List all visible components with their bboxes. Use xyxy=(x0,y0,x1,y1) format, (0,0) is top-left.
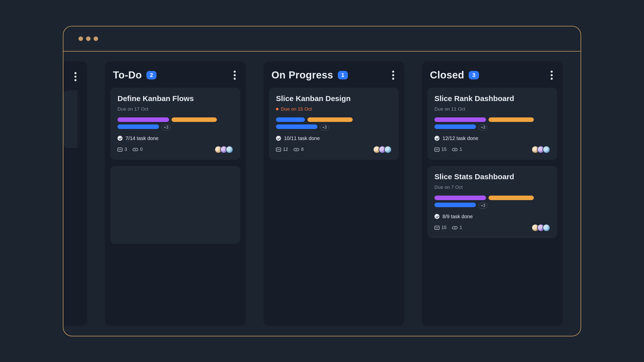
card-progress: 12/12 task done xyxy=(434,135,550,141)
kanban-board: To-Do 2 Define Kanban Flows Due on 17 Oc… xyxy=(63,52,581,336)
card-progress: 10/11 task done xyxy=(276,135,392,141)
tag-more-badge[interactable]: +3 xyxy=(320,124,329,130)
attachment-icon xyxy=(452,148,458,151)
check-circle-icon xyxy=(434,214,439,219)
card-due-date: Due on 11 Oct xyxy=(434,106,550,112)
comments-meta[interactable]: 15 xyxy=(434,225,447,230)
attachments-meta[interactable]: 8 xyxy=(294,147,304,152)
card-title: Slice Kanban Design xyxy=(276,94,392,103)
comments-count: 12 xyxy=(283,147,288,152)
comment-icon xyxy=(276,148,281,152)
tag-pill xyxy=(489,117,534,122)
column-peek-left xyxy=(63,62,87,326)
column-on-progress: On Progress 1 Slice Kanban Design Due on… xyxy=(263,62,404,326)
comments-meta[interactable]: 15 xyxy=(434,147,447,152)
titlebar xyxy=(63,26,581,52)
attachments-meta[interactable]: 1 xyxy=(452,225,462,230)
comments-meta[interactable]: 3 xyxy=(117,147,127,152)
browser-window: To-Do 2 Define Kanban Flows Due on 17 Oc… xyxy=(63,26,581,336)
avatar xyxy=(226,146,233,153)
column-menu-button[interactable] xyxy=(232,69,238,82)
attachments-meta[interactable]: 0 xyxy=(133,147,143,152)
attachments-count: 1 xyxy=(460,225,462,230)
column-title: To-Do xyxy=(113,69,142,81)
tag-pill xyxy=(307,117,353,122)
tag-pill xyxy=(434,124,476,129)
card-tags: +3 xyxy=(434,196,550,209)
attachment-icon xyxy=(133,148,138,151)
column-header: Closed 3 xyxy=(427,69,557,82)
check-circle-icon xyxy=(434,136,439,141)
card-tags: +3 xyxy=(434,117,550,130)
assignee-avatars[interactable] xyxy=(215,146,233,153)
window-controls xyxy=(78,36,98,41)
card-peek[interactable] xyxy=(63,90,77,148)
comments-count: 15 xyxy=(441,147,447,152)
column-count-badge: 1 xyxy=(338,71,348,79)
tag-pill xyxy=(276,117,305,122)
minimize-window-icon[interactable] xyxy=(86,36,91,41)
close-window-icon[interactable] xyxy=(78,36,83,41)
attachments-count: 0 xyxy=(140,147,143,152)
progress-text: 10/11 task done xyxy=(284,135,320,141)
overdue-indicator-icon xyxy=(276,108,278,110)
check-circle-icon xyxy=(117,136,123,141)
kanban-card[interactable]: Define Kanban Flows Due on 17 Oct +3 7/1… xyxy=(110,88,240,160)
column-header: On Progress 1 xyxy=(269,69,399,82)
card-progress: 7/14 task done xyxy=(117,135,233,141)
maximize-window-icon[interactable] xyxy=(94,36,98,41)
column-title: Closed xyxy=(430,69,464,81)
card-placeholder[interactable] xyxy=(110,166,240,244)
column-menu-button[interactable] xyxy=(72,70,78,83)
progress-text: 8/9 task done xyxy=(442,214,473,219)
tag-pill xyxy=(489,196,534,200)
card-footer: 15 1 xyxy=(434,146,550,153)
tag-more-badge[interactable]: +3 xyxy=(478,124,488,130)
attachment-icon xyxy=(452,226,458,229)
assignee-avatars[interactable] xyxy=(532,146,550,153)
card-due-date: Due on 17 Oct xyxy=(117,106,233,112)
assignee-avatars[interactable] xyxy=(373,146,392,153)
column-menu-button[interactable] xyxy=(549,69,555,82)
kanban-card[interactable]: Slice Kanban Design Due on 15 Oct +3 10/… xyxy=(269,88,399,160)
tag-pill xyxy=(434,196,486,200)
tag-more-badge[interactable]: +3 xyxy=(478,203,488,209)
progress-text: 7/14 task done xyxy=(126,135,158,141)
tag-pill xyxy=(434,117,486,122)
column-closed: Closed 3 Slice Rank Dashboard Due on 11 … xyxy=(422,62,563,326)
assignee-avatars[interactable] xyxy=(532,224,550,232)
column-count-badge: 2 xyxy=(146,71,156,79)
column-count-badge: 3 xyxy=(469,71,479,79)
progress-text: 12/12 task done xyxy=(442,135,478,141)
card-tags: +3 xyxy=(117,117,233,130)
card-footer: 15 1 xyxy=(434,224,550,232)
card-footer: 3 0 xyxy=(117,146,233,153)
tag-pill xyxy=(117,124,159,129)
attachments-count: 8 xyxy=(301,147,304,152)
comments-count: 3 xyxy=(125,147,127,152)
tag-pill xyxy=(117,117,169,122)
column-header: To-Do 2 xyxy=(110,69,240,82)
tag-more-badge[interactable]: +3 xyxy=(162,124,171,130)
avatar xyxy=(543,224,550,232)
attachment-icon xyxy=(294,148,299,151)
card-due-date-overdue: Due on 15 Oct xyxy=(276,106,392,112)
avatar xyxy=(543,146,550,153)
check-circle-icon xyxy=(276,136,281,141)
comment-icon xyxy=(117,148,123,152)
column-todo: To-Do 2 Define Kanban Flows Due on 17 Oc… xyxy=(105,62,246,326)
due-text: Due on 15 Oct xyxy=(281,106,312,112)
card-title: Define Kanban Flows xyxy=(117,94,233,103)
avatar xyxy=(384,146,392,153)
column-menu-button[interactable] xyxy=(390,69,396,82)
kanban-card[interactable]: Slice Stats Dashboard Due on 7 Oct +3 8/… xyxy=(427,166,557,238)
card-footer: 12 8 xyxy=(276,146,392,153)
comments-count: 15 xyxy=(441,225,447,230)
card-progress: 8/9 task done xyxy=(434,214,550,219)
kanban-card[interactable]: Slice Rank Dashboard Due on 11 Oct +3 12… xyxy=(427,88,557,160)
attachments-meta[interactable]: 1 xyxy=(452,147,462,152)
tag-pill xyxy=(172,117,217,122)
comment-icon xyxy=(434,148,439,152)
comments-meta[interactable]: 12 xyxy=(276,147,288,152)
attachments-count: 1 xyxy=(460,147,462,152)
